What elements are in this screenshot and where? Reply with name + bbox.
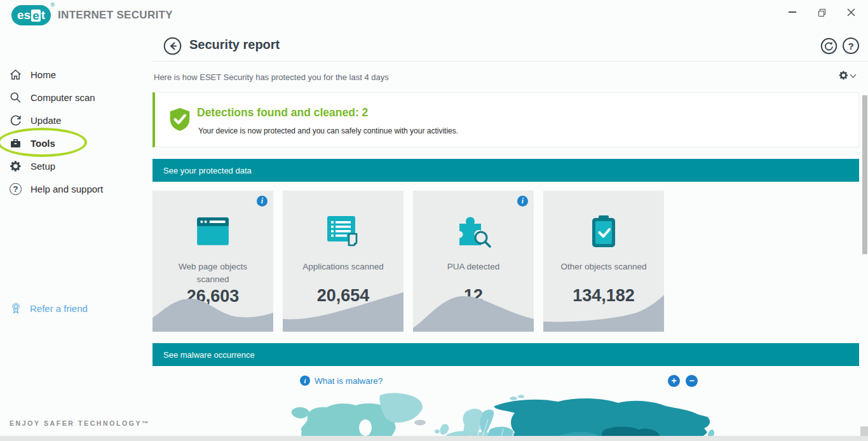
gear-icon (838, 70, 849, 81)
applications-icon (283, 211, 403, 252)
what-is-malware-label: What is malware? (315, 376, 383, 386)
scrollbar-thumb[interactable] (862, 95, 867, 254)
briefcase-icon (9, 137, 22, 150)
back-arrow-icon (163, 37, 182, 55)
trend-wave (153, 281, 273, 332)
help-button[interactable]: ? (842, 37, 860, 55)
stat-card-other-objects: Other objects scanned 134,182 (543, 191, 664, 332)
logo-text-inverse: e (31, 10, 41, 22)
page-header: Security report ? (153, 31, 868, 62)
eset-logo: eset ® (11, 5, 51, 25)
stat-card-pua: i PUA detected 12 (413, 191, 534, 332)
map-zoom-controls: + − (668, 375, 698, 387)
page-title: Security report (189, 37, 280, 52)
stat-card-applications: Applications scanned 20,654 (283, 191, 403, 332)
chevron-down-icon (850, 71, 857, 78)
question-icon: ? (843, 37, 859, 54)
gear-icon (9, 159, 22, 173)
restore-icon (818, 9, 825, 16)
sidebar-item-setup[interactable]: Setup (0, 154, 153, 177)
status-banner: Detections found and cleaned: 2 Your dev… (153, 92, 859, 147)
window-controls (785, 4, 858, 20)
sidebar-item-label: Update (31, 115, 61, 126)
pua-search-icon (413, 211, 534, 252)
refresh-circle-icon (820, 37, 837, 55)
sidebar-item-computer-scan[interactable]: Computer scan (0, 86, 153, 109)
header-icons: ? (820, 37, 860, 55)
sidebar-item-help[interactable]: ? Help and support (0, 177, 153, 200)
sidebar-item-label: Help and support (31, 184, 103, 194)
trend-wave (543, 281, 664, 332)
what-is-malware-link[interactable]: i What is malware? (300, 376, 383, 386)
section-bar-malware[interactable]: See malware occurrence (153, 343, 859, 366)
intro-row: Here is how ESET Security has protected … (153, 62, 859, 92)
info-icon[interactable]: i (517, 196, 528, 207)
main-nav: Home Computer scan Update (0, 63, 153, 200)
banner-subtitle: Your device is now protected and you can… (198, 126, 458, 135)
map-toolbar: i What is malware? + − (290, 374, 722, 387)
back-button[interactable] (163, 37, 182, 55)
registered-mark: ® (50, 2, 55, 8)
brand: eset ® INTERNET SECURITY (11, 5, 173, 25)
logo-text: t (41, 8, 45, 22)
restore-button[interactable] (815, 5, 829, 19)
refer-a-friend-label: Refer a friend (30, 303, 88, 314)
content-area: Security report ? Here is how ESET Secur… (153, 31, 868, 441)
window-bottom-edge (0, 436, 868, 441)
report-intro: Here is how ESET Security has protected … (154, 72, 389, 82)
scrollbar-corner (860, 426, 868, 436)
zoom-out-button[interactable]: − (686, 375, 698, 387)
refresh-icon (9, 114, 22, 127)
refer-a-friend-link[interactable]: Refer a friend (9, 301, 88, 315)
report-options-button[interactable] (838, 70, 855, 81)
logo-text: es (17, 8, 31, 22)
sidebar: Home Computer scan Update (0, 31, 153, 436)
banner-title: Detections found and cleaned: 2 (197, 106, 368, 119)
sidebar-item-tools[interactable]: Tools (0, 132, 153, 154)
clipboard-check-icon (543, 211, 664, 252)
close-icon (847, 8, 855, 17)
refresh-report-button[interactable] (820, 37, 837, 55)
info-icon[interactable]: i (257, 196, 268, 207)
stat-cards: i Web page objects scanned 26,603 (153, 191, 859, 332)
report-body: Here is how ESET Security has protected … (153, 62, 859, 441)
minimize-icon (789, 11, 796, 13)
world-map[interactable] (290, 391, 722, 441)
stat-card-web-objects: i Web page objects scanned 26,603 (153, 191, 273, 332)
sidebar-item-update[interactable]: Update (0, 109, 153, 132)
help-icon: ? (9, 182, 22, 196)
titlebar: eset ® INTERNET SECURITY (0, 0, 868, 31)
trend-wave (413, 281, 534, 332)
sidebar-item-label: Setup (31, 161, 55, 172)
tagline: ENJOY SAFER TECHNOLOGY™ (10, 419, 150, 427)
sidebar-item-home[interactable]: Home (0, 63, 153, 86)
home-icon (9, 68, 22, 81)
product-name: INTERNET SECURITY (58, 9, 173, 22)
trend-wave (283, 281, 403, 332)
sidebar-item-label: Tools (31, 138, 55, 149)
minimize-button[interactable] (785, 5, 799, 19)
browser-icon (153, 211, 273, 252)
sidebar-item-label: Home (31, 69, 56, 80)
info-icon: i (300, 376, 310, 386)
malware-map-section: i What is malware? + − (290, 374, 722, 441)
search-icon (9, 91, 22, 104)
close-button[interactable] (844, 5, 858, 19)
sidebar-item-label: Computer scan (31, 92, 95, 103)
shield-check-icon (168, 107, 192, 132)
zoom-in-button[interactable]: + (668, 375, 680, 387)
award-icon (9, 301, 23, 315)
section-bar-protected-data[interactable]: See your protected data (153, 159, 859, 182)
